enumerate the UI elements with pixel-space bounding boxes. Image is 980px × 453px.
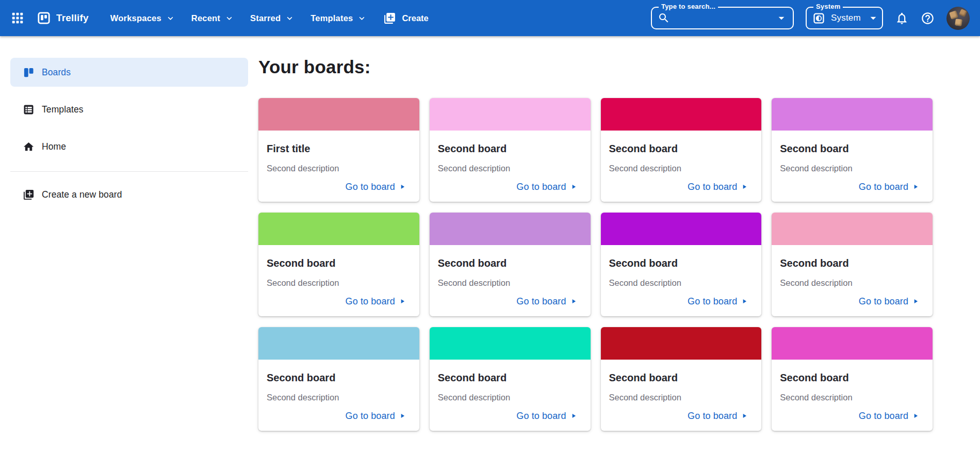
board-card-title: Second board xyxy=(609,256,754,270)
theme-dropdown-arrow-icon xyxy=(867,11,880,25)
sidebar-item-boards[interactable]: Boards xyxy=(10,58,248,87)
go-to-board-link[interactable]: Go to board xyxy=(859,411,919,422)
user-avatar[interactable] xyxy=(946,7,970,30)
board-card-title: Second board xyxy=(780,371,924,384)
main-content: Your boards: First title Second descript… xyxy=(256,36,980,453)
board-card-body: Second board Second description Go to bo… xyxy=(430,360,591,431)
go-to-board-link[interactable]: Go to board xyxy=(516,296,577,307)
theme-contrast-icon xyxy=(812,12,825,25)
help-icon xyxy=(921,11,935,25)
board-card-body: Second board Second description Go to bo… xyxy=(258,360,419,431)
go-to-board-label: Go to board xyxy=(859,182,908,192)
theme-select[interactable]: System System xyxy=(806,7,883,29)
chevron-down-icon xyxy=(285,14,294,23)
board-card-body: Second board Second description Go to bo… xyxy=(601,360,762,431)
go-to-board-label: Go to board xyxy=(516,182,566,192)
search-input[interactable] xyxy=(674,13,775,23)
go-to-board-link[interactable]: Go to board xyxy=(688,411,748,422)
home-icon xyxy=(23,141,35,153)
play-arrow-icon xyxy=(912,298,919,305)
go-to-board-link[interactable]: Go to board xyxy=(859,182,919,192)
go-to-board-link[interactable]: Go to board xyxy=(346,182,406,192)
play-arrow-icon xyxy=(570,412,577,419)
board-card: Second board Second description Go to bo… xyxy=(430,213,591,316)
theme-select-value: System xyxy=(831,13,861,23)
board-card-cover xyxy=(430,327,591,360)
board-card: Second board Second description Go to bo… xyxy=(430,327,591,431)
board-card-title: Second board xyxy=(609,371,754,384)
sidebar-item-create-new-board[interactable]: Create a new board xyxy=(10,180,248,209)
create-button[interactable]: Create xyxy=(383,12,428,25)
search-dropdown-arrow-icon[interactable] xyxy=(775,11,788,25)
avatar-photo-detail xyxy=(955,19,962,26)
board-card-actions: Go to board xyxy=(609,180,754,193)
board-card-body: Second board Second description Go to bo… xyxy=(430,131,591,202)
nav-menu-label: Templates xyxy=(311,13,353,23)
go-to-board-label: Go to board xyxy=(346,411,395,422)
board-card-actions: Go to board xyxy=(267,180,411,193)
board-card-body: First title Second description Go to boa… xyxy=(258,131,419,202)
apps-grid-icon xyxy=(11,11,24,25)
go-to-board-link[interactable]: Go to board xyxy=(516,411,577,422)
play-arrow-icon xyxy=(399,183,406,190)
board-card-description: Second description xyxy=(438,392,582,402)
go-to-board-label: Go to board xyxy=(516,296,566,307)
board-card-description: Second description xyxy=(780,163,924,173)
board-card-body: Second board Second description Go to bo… xyxy=(258,245,419,316)
play-arrow-icon xyxy=(399,412,406,419)
board-card-description: Second description xyxy=(267,278,411,288)
go-to-board-link[interactable]: Go to board xyxy=(688,182,748,192)
avatar-photo-detail xyxy=(959,9,967,17)
help-button[interactable] xyxy=(921,11,935,25)
board-card-body: Second board Second description Go to bo… xyxy=(601,131,762,202)
go-to-board-link[interactable]: Go to board xyxy=(859,296,919,307)
go-to-board-label: Go to board xyxy=(346,182,395,192)
go-to-board-link[interactable]: Go to board xyxy=(516,182,577,192)
theme-select-label: System xyxy=(813,3,843,11)
nav-menu-templates[interactable]: Templates xyxy=(311,13,366,23)
nav-menu-label: Recent xyxy=(191,13,220,23)
play-arrow-icon xyxy=(741,412,748,419)
board-card-cover xyxy=(258,327,419,360)
nav-menu-workspaces[interactable]: Workspaces xyxy=(110,13,175,23)
brand-name: Trellify xyxy=(56,12,89,24)
avatar-photo-detail xyxy=(949,10,958,20)
board-card-description: Second description xyxy=(780,278,924,288)
brand[interactable]: Trellify xyxy=(37,11,89,25)
board-card: Second board Second description Go to bo… xyxy=(258,213,419,316)
play-arrow-icon xyxy=(912,412,919,419)
chevron-down-icon xyxy=(357,14,366,23)
notifications-button[interactable] xyxy=(895,11,909,25)
board-card-title: Second board xyxy=(780,142,924,155)
board-card: Second board Second description Go to bo… xyxy=(601,213,762,316)
board-card-body: Second board Second description Go to bo… xyxy=(772,360,933,431)
nav-menu-recent[interactable]: Recent xyxy=(191,13,234,23)
go-to-board-link[interactable]: Go to board xyxy=(688,296,748,307)
board-card-actions: Go to board xyxy=(609,409,754,423)
board-card: First title Second description Go to boa… xyxy=(258,98,419,202)
go-to-board-link[interactable]: Go to board xyxy=(346,296,406,307)
board-card-description: Second description xyxy=(267,392,411,402)
apps-grid-button[interactable] xyxy=(11,11,24,25)
board-card: Second board Second description Go to bo… xyxy=(772,213,933,316)
board-card-cover xyxy=(772,327,933,360)
board-card-description: Second description xyxy=(609,163,754,173)
go-to-board-label: Go to board xyxy=(688,182,737,192)
sidebar-item-templates[interactable]: Templates xyxy=(10,95,248,124)
sidebar-item-home[interactable]: Home xyxy=(10,132,248,161)
go-to-board-label: Go to board xyxy=(859,411,908,422)
board-card-title: Second board xyxy=(267,371,411,384)
board-card-cover xyxy=(601,98,762,131)
board-card-actions: Go to board xyxy=(609,295,754,308)
sidebar-item-label: Home xyxy=(42,141,66,152)
go-to-board-label: Go to board xyxy=(688,296,737,307)
board-card: Second board Second description Go to bo… xyxy=(772,327,933,431)
templates-list-icon xyxy=(23,104,35,116)
board-card-actions: Go to board xyxy=(780,180,924,193)
board-card-cover xyxy=(601,327,762,360)
nav-menu-starred[interactable]: Starred xyxy=(250,13,294,23)
board-card-description: Second description xyxy=(609,278,754,288)
go-to-board-link[interactable]: Go to board xyxy=(346,411,406,422)
board-card-title: Second board xyxy=(438,256,582,270)
board-card-title: Second board xyxy=(438,142,582,155)
